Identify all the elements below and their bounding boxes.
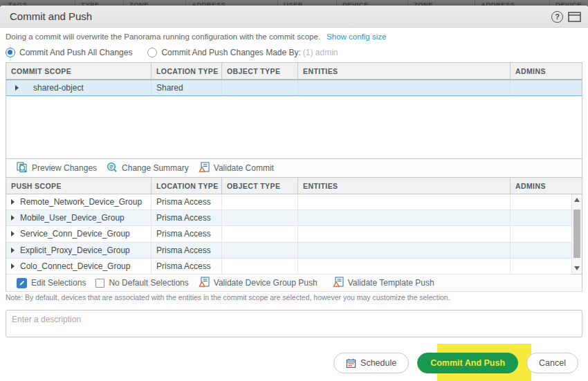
radio-changes-made-by[interactable]: Commit And Push Changes Made By:(1) admi… — [147, 48, 338, 57]
expand-arrow-icon[interactable] — [11, 231, 15, 236]
validate-commit-button[interactable]: Validate Commit — [199, 162, 274, 175]
expand-arrow-icon[interactable] — [11, 248, 15, 253]
window-icon[interactable] — [568, 12, 581, 22]
commit-row-object-type — [222, 80, 298, 95]
commit-table-header: COMMIT SCOPE LOCATION TYPE OBJECT TYPE E… — [6, 63, 582, 80]
push-row-object-type — [222, 210, 298, 225]
commit-row-location: Shared — [151, 80, 222, 95]
commit-and-push-dialog: Commit and Push ? Doing a commit will ov… — [0, 6, 588, 381]
commit-scope-table: COMMIT SCOPE LOCATION TYPE OBJECT TYPE E… — [6, 62, 582, 159]
table-row[interactable]: Mobile_User_Device_Group Prisma Access — [6, 210, 573, 226]
dialog-title: Commit and Push — [0, 10, 92, 22]
push-row-object-type — [222, 226, 298, 241]
default-selection-note: Note: By default, devices that are assoc… — [6, 293, 450, 301]
edit-pencil-icon — [17, 278, 27, 288]
radio-made-by-label: Commit And Push Changes Made By: — [161, 48, 300, 57]
preview-changes-label: Preview Changes — [32, 163, 97, 173]
col-admins: ADMINS — [511, 178, 582, 194]
commit-actions-toolbar: Preview Changes Change Summary Validate … — [6, 159, 582, 177]
preview-changes-button[interactable]: Preview Changes — [17, 162, 97, 175]
commit-and-push-button[interactable]: Commit And Push — [417, 353, 518, 373]
push-row-object-type — [222, 243, 298, 258]
schedule-label: Schedule — [360, 358, 396, 368]
push-row-admins — [511, 210, 573, 225]
col-push-scope: PUSH SCOPE — [6, 178, 151, 194]
validate-commit-icon — [199, 162, 210, 175]
preview-changes-icon — [17, 162, 28, 175]
intro-line: Doing a commit will overwrite the Panora… — [6, 32, 386, 41]
push-row-entities — [298, 226, 511, 241]
validate-device-group-push-button[interactable]: Validate Device Group Push — [199, 277, 318, 290]
validate-template-push-label: Validate Template Push — [348, 278, 434, 288]
push-table-header: PUSH SCOPE LOCATION TYPE OBJECT TYPE ENT… — [6, 178, 582, 194]
dialog-titlebar: Commit and Push ? — [0, 6, 588, 28]
schedule-button[interactable]: Schedule — [333, 353, 409, 373]
push-row-location: Prisma Access — [151, 259, 222, 274]
commit-and-push-label: Commit And Push — [430, 358, 505, 368]
table-row[interactable]: shared-object Shared — [6, 80, 582, 96]
push-row-location: Prisma Access — [151, 243, 222, 258]
table-row[interactable]: Service_Conn_Device_Group Prisma Access — [6, 226, 573, 242]
change-summary-label: Change Summary — [122, 163, 189, 173]
expand-arrow-icon[interactable] — [15, 85, 19, 91]
cancel-button[interactable]: Cancel — [526, 353, 578, 373]
push-scope-table: PUSH SCOPE LOCATION TYPE OBJECT TYPE ENT… — [6, 177, 582, 275]
radio-all-label: Commit And Push All Changes — [19, 48, 132, 57]
validate-template-push-icon — [333, 277, 344, 290]
edit-selections-button[interactable]: Edit Selections — [17, 278, 86, 288]
table-row[interactable]: Explicit_Proxy_Device_Group Prisma Acces… — [6, 243, 573, 259]
calendar-icon — [346, 358, 356, 369]
col-location-type: LOCATION TYPE — [151, 178, 222, 194]
push-row-entities — [298, 259, 511, 274]
push-row-admins — [511, 243, 573, 258]
commit-row-entities — [298, 80, 511, 95]
footer-buttons: Schedule Commit And Push Cancel — [333, 353, 578, 373]
push-row-admins — [511, 259, 573, 274]
push-row-location: Prisma Access — [151, 210, 222, 225]
scroll-down-icon[interactable] — [574, 266, 580, 270]
expand-arrow-icon[interactable] — [11, 263, 15, 269]
radio-unselected-icon[interactable] — [147, 48, 157, 57]
col-location-type: LOCATION TYPE — [151, 63, 222, 79]
edit-selections-label: Edit Selections — [31, 278, 86, 288]
push-row-admins — [511, 226, 573, 241]
change-summary-button[interactable]: Change Summary — [107, 162, 189, 175]
no-default-selections-option[interactable]: No Default Selections — [95, 278, 188, 288]
validate-device-group-push-label: Validate Device Group Push — [214, 278, 318, 288]
radio-all-changes[interactable]: Commit And Push All Changes — [6, 48, 132, 57]
table-row[interactable]: Remote_Network_Device_Group Prisma Acces… — [6, 194, 573, 210]
push-row-object-type — [222, 194, 298, 210]
push-row-name: Colo_Connect_Device_Group — [20, 261, 130, 271]
expand-arrow-icon[interactable] — [11, 215, 15, 221]
validate-commit-label: Validate Commit — [214, 163, 274, 173]
col-entities: ENTITIES — [298, 178, 511, 194]
col-entities: ENTITIES — [298, 63, 511, 79]
expand-arrow-icon[interactable] — [11, 199, 15, 205]
scrollbar-thumb[interactable] — [573, 210, 580, 258]
push-row-name: Mobile_User_Device_Group — [20, 213, 125, 223]
push-table-body: Remote_Network_Device_Group Prisma Acces… — [6, 194, 582, 275]
show-config-size-link[interactable]: Show config size — [327, 32, 386, 41]
push-row-location: Prisma Access — [151, 194, 222, 210]
col-object-type: OBJECT TYPE — [222, 63, 298, 79]
table-row[interactable]: Colo_Connect_Device_Group Prisma Access — [6, 259, 573, 275]
push-row-entities — [298, 210, 511, 225]
intro-text: Doing a commit will overwrite the Panora… — [6, 32, 320, 41]
push-row-object-type — [222, 259, 298, 274]
commit-row-admins — [511, 80, 582, 95]
no-default-selections-checkbox[interactable] — [95, 279, 104, 288]
radio-selected-icon[interactable] — [6, 48, 15, 57]
push-row-name: Explicit_Proxy_Device_Group — [20, 245, 130, 255]
cancel-label: Cancel — [539, 358, 566, 368]
vertical-scrollbar[interactable] — [571, 194, 582, 274]
commit-mode-radios: Commit And Push All Changes Commit And P… — [6, 48, 338, 57]
validate-template-push-button[interactable]: Validate Template Push — [333, 277, 434, 290]
push-row-entities — [298, 243, 511, 258]
push-row-name: Remote_Network_Device_Group — [20, 197, 142, 207]
push-row-admins — [511, 194, 573, 210]
help-icon[interactable]: ? — [551, 11, 563, 23]
change-summary-icon — [107, 162, 118, 175]
description-input[interactable] — [6, 310, 582, 337]
col-admins: ADMINS — [511, 63, 582, 79]
scroll-up-icon[interactable] — [574, 198, 580, 202]
